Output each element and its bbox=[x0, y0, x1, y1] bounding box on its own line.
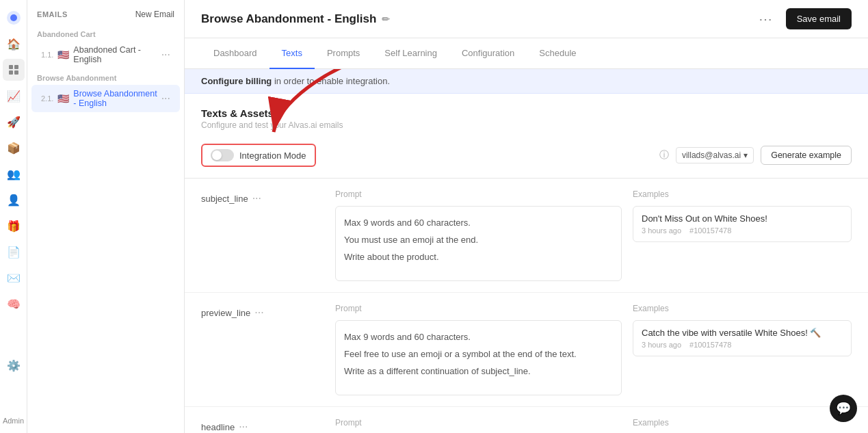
field-dots-preview[interactable]: ··· bbox=[254, 306, 263, 319]
texts-assets-title: Texts & Assets bbox=[201, 107, 852, 119]
field-dots-headline[interactable]: ··· bbox=[239, 421, 248, 433]
sidebar-item-abandoned-cart[interactable]: 1.1. 🇺🇸 Abandoned Cart - English ··· bbox=[31, 41, 180, 68]
prompt-label-subject: Prompt bbox=[335, 189, 622, 199]
item-num: 1.1. bbox=[41, 51, 53, 59]
flag-icon: 🇺🇸 bbox=[57, 49, 69, 60]
prompt-row-subject-line: subject_line ··· Prompt Max 9 words and … bbox=[185, 179, 868, 293]
svg-rect-3 bbox=[14, 65, 18, 69]
icon-logo[interactable] bbox=[3, 7, 25, 29]
tab-texts[interactable]: Texts bbox=[269, 38, 315, 69]
item-num-2: 2.1. bbox=[41, 94, 53, 103]
alert-bar: Configure billing in order to enable int… bbox=[185, 69, 868, 94]
example-card-subject: Don't Miss Out on White Shoes! 3 hours a… bbox=[633, 206, 852, 242]
item-more-icon-2[interactable]: ··· bbox=[161, 92, 170, 105]
svg-rect-4 bbox=[9, 70, 13, 75]
example-meta-subject: 3 hours ago #100157478 bbox=[642, 226, 843, 235]
chevron-down-icon: ▾ bbox=[744, 150, 748, 160]
icon-doc[interactable]: 📄 bbox=[3, 241, 25, 263]
integration-toggle[interactable] bbox=[211, 149, 234, 161]
icon-mail[interactable]: ✉️ bbox=[3, 267, 25, 289]
alert-text-suffix: in order to enable integration. bbox=[274, 76, 390, 86]
prompt-col-preview: Prompt Max 9 words and 60 characters. Fe… bbox=[335, 304, 622, 395]
edit-icon[interactable]: ✏ bbox=[382, 14, 390, 25]
item-label-2: Browse Abandonment - English bbox=[73, 89, 157, 108]
examples-col-subject: Examples Don't Miss Out on White Shoes! … bbox=[633, 189, 852, 242]
icon-chart[interactable]: 📈 bbox=[3, 85, 25, 107]
main-content: Browse Abandonment - English ✏ ⋯ Save em… bbox=[185, 0, 868, 433]
sidebar: EMAILS New Email Abandoned Cart 1.1. 🇺🇸 … bbox=[27, 0, 185, 433]
field-name-preview: preview_line ··· bbox=[201, 304, 324, 319]
prompt-line-2: You must use an emoji at the end. bbox=[344, 232, 613, 249]
prompt-col-headline: Prompt A simple headline. bbox=[335, 418, 622, 433]
tabs: Dashboard Texts Prompts Self Learning Co… bbox=[185, 38, 868, 69]
save-email-button[interactable]: Save email bbox=[786, 8, 852, 29]
prompt-label-preview: Prompt bbox=[335, 304, 622, 313]
field-dots-subject[interactable]: ··· bbox=[252, 192, 261, 205]
examples-label-subject: Examples bbox=[633, 189, 852, 199]
sidebar-header: EMAILS New Email bbox=[27, 0, 184, 25]
icon-brain[interactable]: 🧠 bbox=[3, 293, 25, 315]
example-id-subject: #100157478 bbox=[689, 226, 731, 235]
example-card-preview: Catch the vibe with versatile White Shoe… bbox=[633, 320, 852, 356]
preview-line-3: Write as a different continuation of sub… bbox=[344, 363, 613, 380]
svg-rect-5 bbox=[14, 70, 18, 75]
icon-users[interactable]: 👥 bbox=[3, 163, 25, 185]
field-name-subject: subject_line ··· bbox=[201, 189, 324, 205]
email-value: villads@alvas.ai bbox=[682, 150, 741, 160]
tab-dashboard[interactable]: Dashboard bbox=[201, 38, 269, 69]
example-time-subject: 3 hours ago bbox=[642, 226, 681, 235]
icon-gift[interactable]: 🎁 bbox=[3, 215, 25, 237]
example-id-preview: #100157478 bbox=[689, 341, 731, 349]
examples-label-headline: Examples bbox=[633, 418, 852, 428]
tab-prompts[interactable]: Prompts bbox=[315, 38, 372, 69]
example-time-preview: 3 hours ago bbox=[642, 341, 681, 349]
examples-col-preview: Examples Catch the vibe with versatile W… bbox=[633, 304, 852, 356]
examples-label-preview: Examples bbox=[633, 304, 852, 313]
page-title-text: Browse Abandonment - English bbox=[201, 12, 376, 26]
icon-box[interactable]: 📦 bbox=[3, 137, 25, 159]
texts-assets-header: Texts & Assets Configure and test your A… bbox=[185, 94, 868, 135]
field-label-headline: headline bbox=[201, 422, 235, 432]
admin-label[interactable]: Admin bbox=[3, 417, 24, 425]
generate-example-button[interactable]: Generate example bbox=[761, 146, 852, 165]
top-bar: Browse Abandonment - English ✏ ⋯ Save em… bbox=[185, 0, 868, 38]
chat-widget[interactable]: 💬 bbox=[830, 395, 857, 422]
prompt-box-preview[interactable]: Max 9 words and 60 characters. Feel free… bbox=[335, 320, 622, 395]
prompt-line-1: Max 9 words and 60 characters. bbox=[344, 215, 613, 232]
alert-text-strong: Configure billing bbox=[201, 76, 272, 86]
example-text-preview: Catch the vibe with versatile White Shoe… bbox=[642, 328, 843, 338]
prompt-row-preview-line: preview_line ··· Prompt Max 9 words and … bbox=[185, 293, 868, 407]
section-browse-abandonment-title: Browse Abandonment bbox=[27, 68, 184, 85]
item-more-icon[interactable]: ··· bbox=[161, 49, 170, 61]
email-selector[interactable]: villads@alvas.ai ▾ bbox=[676, 147, 754, 163]
sidebar-title: EMAILS bbox=[37, 10, 68, 18]
tab-self-learning[interactable]: Self Learning bbox=[372, 38, 449, 69]
info-icon[interactable]: ⓘ bbox=[659, 149, 669, 161]
new-email-button[interactable]: New Email bbox=[135, 10, 174, 19]
preview-line-2: Feel free to use an emoji or a symbol at… bbox=[344, 346, 613, 363]
examples-col-headline: Examples bbox=[633, 418, 852, 433]
svg-rect-2 bbox=[9, 65, 13, 69]
more-menu-button[interactable]: ⋯ bbox=[753, 8, 778, 30]
flag-icon-2: 🇺🇸 bbox=[57, 93, 69, 104]
item-label: Abandoned Cart - English bbox=[73, 45, 157, 64]
icon-home[interactable]: 🏠 bbox=[3, 33, 25, 55]
icon-gear[interactable]: ⚙️ bbox=[3, 355, 25, 377]
icon-person[interactable]: 👤 bbox=[3, 189, 25, 211]
tab-schedule[interactable]: Schedule bbox=[527, 38, 588, 69]
integration-mode-box: Integration Mode bbox=[201, 144, 316, 167]
section-abandoned-cart-title: Abandoned Cart bbox=[27, 25, 184, 41]
integration-row: Integration Mode ⓘ villads@alvas.ai ▾ Ge… bbox=[185, 135, 868, 179]
tab-configuration[interactable]: Configuration bbox=[449, 38, 527, 69]
prompt-line-3: Write about the product. bbox=[344, 249, 613, 266]
sidebar-item-browse-abandonment[interactable]: 2.1. 🇺🇸 Browse Abandonment - English ··· bbox=[31, 85, 180, 112]
prompt-label-headline: Prompt bbox=[335, 418, 622, 428]
example-text-subject: Don't Miss Out on White Shoes! bbox=[642, 213, 843, 224]
prompt-row-headline: headline ··· Prompt A simple headline. E… bbox=[185, 407, 868, 433]
prompt-box-subject[interactable]: Max 9 words and 60 characters. You must … bbox=[335, 206, 622, 281]
prompt-col-subject: Prompt Max 9 words and 60 characters. Yo… bbox=[335, 189, 622, 281]
icon-send[interactable]: 🚀 bbox=[3, 111, 25, 133]
page-title: Browse Abandonment - English ✏ bbox=[201, 12, 390, 26]
preview-line-1: Max 9 words and 60 characters. bbox=[344, 329, 613, 346]
icon-puzzle[interactable] bbox=[3, 59, 25, 81]
